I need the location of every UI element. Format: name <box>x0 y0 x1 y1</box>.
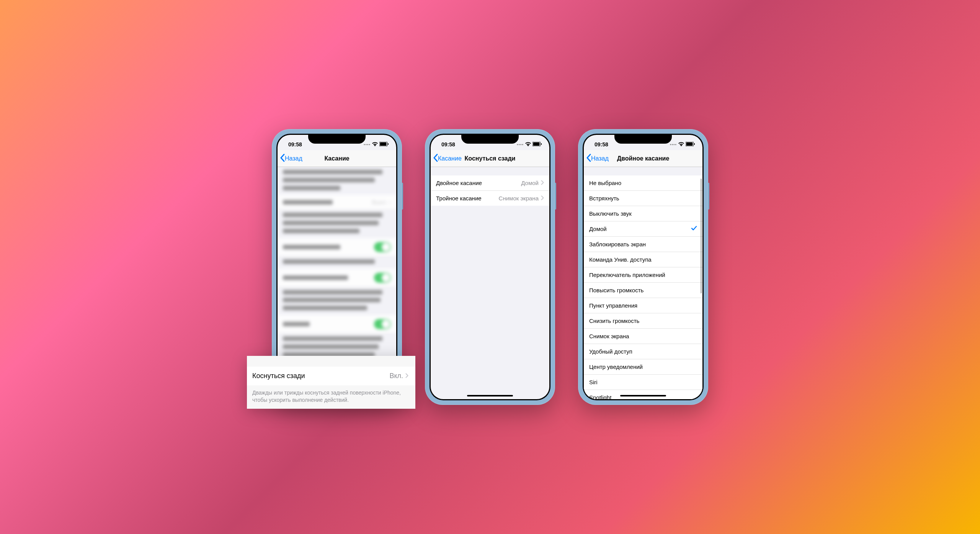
nav-bar: Назад Двойное касание <box>584 150 702 167</box>
callout-panel: Коснуться сзади Вкл. Дважды или трижды к… <box>247 356 415 409</box>
row-label: Снизить громкость <box>589 318 639 324</box>
action-option-row[interactable]: Центр уведомлений <box>584 359 702 375</box>
row-label: Тройное касание <box>436 195 482 201</box>
action-option-row[interactable]: Заблокировать экран <box>584 237 702 252</box>
notch <box>614 134 672 144</box>
row-label: Не выбрано <box>589 180 621 186</box>
home-indicator <box>467 395 513 396</box>
side-button <box>402 183 403 210</box>
tap-option-row[interactable]: Тройное касаниеСнимок экрана <box>431 191 549 206</box>
row-value: Вкл. <box>389 372 403 380</box>
toggle-switch <box>374 242 391 252</box>
content[interactable]: Не выбраноВстряхнутьВыключить звукДомойЗ… <box>584 167 702 399</box>
row-label: Домой <box>589 226 607 232</box>
tap-option-row[interactable]: Двойное касаниеДомой <box>431 175 549 191</box>
nav-bar: Назад Касание <box>278 150 396 167</box>
phone-3: 09:58 •••• Назад Двойное касание <box>578 129 708 405</box>
battery-icon <box>379 141 389 147</box>
row-value: Домой <box>521 180 539 186</box>
chevron-left-icon <box>586 154 591 164</box>
back-label: Назад <box>591 155 609 162</box>
nav-bar: Касание Коснуться сзади <box>431 150 549 167</box>
action-option-row[interactable]: Повысить громкость <box>584 283 702 298</box>
chevron-right-icon <box>541 195 544 201</box>
row-label: Пункт управления <box>589 302 637 309</box>
cellular-icon: •••• <box>364 143 371 147</box>
back-button[interactable]: Касание <box>433 154 462 164</box>
status-time: 09:58 <box>288 141 302 147</box>
home-indicator <box>620 395 666 396</box>
blurred-toggle-row <box>278 315 396 334</box>
row-label: Siri <box>589 379 598 385</box>
chevron-left-icon <box>433 154 438 164</box>
nav-title: Касание <box>324 155 349 162</box>
action-option-row[interactable]: Снизить громкость <box>584 313 702 329</box>
row-label: Коснуться сзади <box>252 372 305 380</box>
side-button <box>555 183 556 210</box>
action-option-row[interactable]: Spotlight <box>584 390 702 399</box>
cellular-icon: •••• <box>670 143 677 147</box>
row-value: Снимок экрана <box>499 195 539 201</box>
blurred-toggle-row <box>278 238 396 257</box>
chevron-left-icon <box>280 154 285 164</box>
action-option-row[interactable]: Команда Унив. доступа <box>584 252 702 267</box>
action-option-row[interactable]: Не выбрано <box>584 175 702 191</box>
action-option-row[interactable]: Siri <box>584 375 702 390</box>
content: Двойное касаниеДомойТройное касаниеСнимо… <box>431 167 549 399</box>
chevron-right-icon <box>541 180 544 186</box>
action-option-row[interactable]: Переключатель приложений <box>584 267 702 283</box>
row-label: Повысить громкость <box>589 287 644 293</box>
battery-icon <box>686 141 695 147</box>
back-label: Назад <box>285 155 302 162</box>
row-label: Встряхнуть <box>589 195 619 201</box>
back-button[interactable]: Назад <box>586 154 609 164</box>
scrollbar[interactable] <box>701 179 702 388</box>
svg-rect-7 <box>686 143 693 146</box>
svg-rect-8 <box>694 143 695 145</box>
svg-rect-4 <box>533 143 540 146</box>
back-button[interactable]: Назад <box>280 154 302 164</box>
row-label: Выключить звук <box>589 210 632 217</box>
svg-rect-1 <box>380 143 387 146</box>
row-label: Центр уведомлений <box>589 364 643 370</box>
action-option-row[interactable]: Встряхнуть <box>584 191 702 206</box>
phone-2: 09:58 •••• Касание Коснуться сзади <box>425 129 555 405</box>
nav-title: Коснуться сзади <box>465 155 516 162</box>
row-label: Spotlight <box>589 394 611 399</box>
toggle-switch <box>374 273 391 283</box>
chevron-right-icon <box>405 372 408 380</box>
wifi-icon <box>525 141 531 147</box>
back-label: Касание <box>438 155 462 162</box>
row-label: Двойное касание <box>436 180 482 186</box>
action-option-row[interactable]: Пункт управления <box>584 298 702 313</box>
action-option-row[interactable]: Домой <box>584 221 702 237</box>
wifi-icon <box>372 141 378 147</box>
action-option-row[interactable]: Удобный доступ <box>584 344 702 359</box>
row-label: Переключатель приложений <box>589 272 665 278</box>
side-button <box>708 183 709 210</box>
blurred-toggle-row <box>278 269 396 287</box>
nav-title: Двойное касание <box>617 155 670 162</box>
back-tap-row[interactable]: Коснуться сзади Вкл. <box>247 367 415 385</box>
wifi-icon <box>678 141 684 147</box>
row-label: Снимок экрана <box>589 333 629 339</box>
cellular-icon: •••• <box>517 143 524 147</box>
svg-rect-5 <box>541 143 542 145</box>
row-label: Команда Унив. доступа <box>589 256 652 263</box>
action-option-row[interactable]: Снимок экрана <box>584 329 702 344</box>
status-time: 09:58 <box>595 141 608 147</box>
svg-rect-2 <box>388 143 389 145</box>
checkmark-icon <box>691 226 697 232</box>
action-option-row[interactable]: Выключить звук <box>584 206 702 221</box>
row-label: Удобный доступ <box>589 348 632 355</box>
notch <box>461 134 519 144</box>
blurred-row: Выкл. › <box>278 195 396 210</box>
callout-description: Дважды или трижды коснуться задней повер… <box>247 385 415 409</box>
toggle-switch <box>374 319 391 329</box>
battery-icon <box>532 141 542 147</box>
row-label: Заблокировать экран <box>589 241 646 247</box>
status-time: 09:58 <box>441 141 455 147</box>
notch <box>308 134 366 144</box>
